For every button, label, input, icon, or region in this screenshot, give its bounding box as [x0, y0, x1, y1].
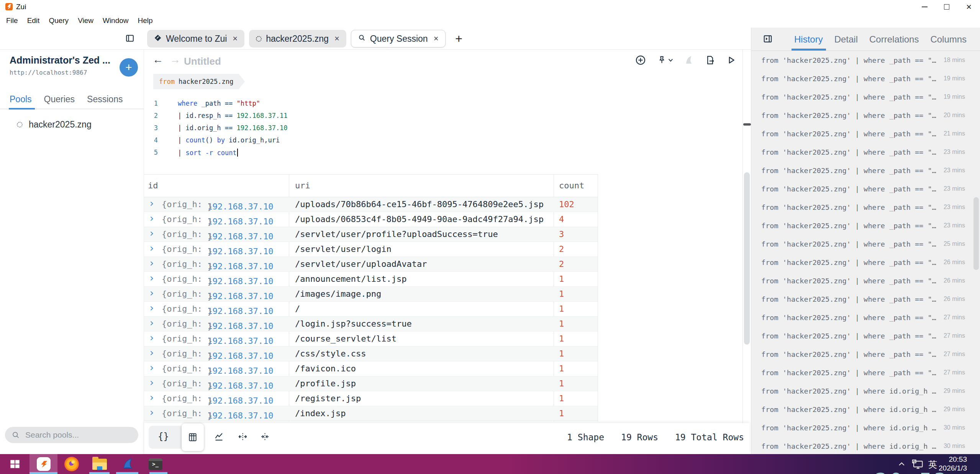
menu-item-query[interactable]: Query: [49, 16, 69, 25]
expand-chevron-icon[interactable]: ›: [149, 287, 155, 299]
add-circle-icon[interactable]: [635, 54, 646, 66]
expand-chevron-icon[interactable]: ›: [149, 347, 155, 358]
taskbar-firefox-button[interactable]: [57, 454, 85, 474]
braces-icon[interactable]: {}: [158, 431, 169, 442]
query-line-3[interactable]: 3| id.orig_h == 192.168.37.10: [144, 122, 527, 134]
history-item[interactable]: from 'hacker2025.zng' | where _path == "…: [751, 216, 980, 235]
sidebar-tab-sessions[interactable]: Sessions: [87, 90, 123, 109]
menu-item-window[interactable]: Window: [103, 16, 129, 25]
query-line-5[interactable]: 5| sort -r count: [144, 146, 527, 159]
history-item[interactable]: from 'hacker2025.zng' | where _path == "…: [751, 235, 980, 253]
history-item[interactable]: from 'hacker2025.zng' | where _path == "…: [751, 143, 980, 161]
history-item[interactable]: from 'hacker2025.zng' | where id.orig_h …: [751, 437, 980, 454]
tab-history[interactable]: History: [794, 34, 823, 45]
table-row[interactable]: ›{orig_h: 192.168.37.10}/register.jsp1: [144, 391, 598, 406]
menu-item-file[interactable]: File: [6, 16, 18, 25]
expand-chevron-icon[interactable]: ›: [149, 317, 155, 329]
table-row[interactable]: ›{orig_h: 192.168.37.10}/profile.jsp1: [144, 376, 598, 391]
table-row[interactable]: ›{orig_h: 192.168.37.10}/1: [144, 302, 598, 317]
history-item[interactable]: from 'hacker2025.zng' | where _path == "…: [751, 106, 980, 124]
history-item[interactable]: from 'hacker2025.zng' | where id.orig_h …: [751, 418, 980, 437]
table-row[interactable]: ›{orig_h: 192.168.37.10}/servlet/user/lo…: [144, 242, 598, 257]
query-line-2[interactable]: 2| id.resp_h == 192.168.37.11: [144, 110, 527, 122]
history-item[interactable]: from 'hacker2025.zng' | where _path == "…: [751, 308, 980, 327]
history-item[interactable]: from 'hacker2025.zng' | where _path == "…: [751, 253, 980, 271]
pin-dropdown-icon[interactable]: [657, 55, 673, 65]
history-item[interactable]: from 'hacker2025.zng' | where _path == "…: [751, 290, 980, 308]
expand-columns-icon[interactable]: [238, 432, 248, 443]
export-icon[interactable]: [705, 55, 715, 65]
tab-hacker2025-zng[interactable]: hacker2025.zng×: [249, 30, 346, 47]
table-row[interactable]: ›{orig_h: 192.168.37.10}/servlet/user/pr…: [144, 227, 598, 242]
history-item[interactable]: from 'hacker2025.zng' | where _path == "…: [751, 363, 980, 382]
history-item[interactable]: from 'hacker2025.zng' | where _path == "…: [751, 345, 980, 363]
tab-query-session[interactable]: Query Session×: [351, 30, 446, 47]
tab-close-icon[interactable]: ×: [434, 34, 439, 44]
tab-correlations[interactable]: Correlations: [869, 34, 919, 45]
sidebar-toggle-icon[interactable]: [125, 34, 135, 45]
expand-chevron-icon[interactable]: ›: [149, 198, 155, 209]
expand-chevron-icon[interactable]: ›: [149, 242, 155, 254]
start-button[interactable]: [0, 454, 29, 474]
close-button[interactable]: ×: [958, 0, 980, 14]
table-row[interactable]: ›{orig_h: 192.168.37.10}/css/style.css1: [144, 347, 598, 361]
menu-item-edit[interactable]: Edit: [27, 16, 40, 25]
history-item[interactable]: from 'hacker2025.zng' | where _path == "…: [751, 327, 980, 345]
history-item[interactable]: from 'hacker2025.zng' | where id.orig_h …: [751, 400, 980, 418]
table-row[interactable]: ›{orig_h: 192.168.37.10}/login.jsp?succe…: [144, 317, 598, 332]
expand-chevron-icon[interactable]: ›: [149, 332, 155, 343]
history-scrollbar-thumb[interactable]: [973, 197, 979, 270]
history-item[interactable]: from 'hacker2025.zng' | where _path == "…: [751, 51, 980, 69]
taskbar-wireshark-button[interactable]: [113, 454, 141, 474]
results-scrollbar-thumb[interactable]: [744, 172, 750, 345]
forward-button[interactable]: →: [170, 54, 180, 66]
expand-chevron-icon[interactable]: ›: [149, 407, 155, 418]
query-editor[interactable]: 1where _path == "http"2| id.resp_h == 19…: [144, 97, 527, 159]
table-row[interactable]: ›{orig_h: 192.168.37.10}/course_servlet/…: [144, 332, 598, 347]
column-header-uri[interactable]: uri: [295, 181, 310, 190]
taskbar-explorer-button[interactable]: [85, 454, 113, 474]
new-tab-button[interactable]: +: [450, 30, 467, 47]
tab-detail[interactable]: Detail: [834, 34, 858, 45]
history-item[interactable]: from 'hacker2025.zng' | where _path == "…: [751, 124, 980, 143]
expand-chevron-icon[interactable]: ›: [149, 272, 155, 284]
table-row[interactable]: ›{orig_h: 192.168.37.10}/announcement/li…: [144, 272, 598, 287]
taskbar-terminal-button[interactable]: >_: [141, 454, 169, 474]
history-item[interactable]: from 'hacker2025.zng' | where _path == "…: [751, 69, 980, 88]
search-pools-input[interactable]: [25, 430, 117, 440]
expand-chevron-icon[interactable]: ›: [149, 227, 155, 239]
menu-item-help[interactable]: Help: [138, 16, 153, 25]
chart-view-icon[interactable]: [214, 432, 224, 443]
history-item[interactable]: from 'hacker2025.zng' | where _path == "…: [751, 271, 980, 290]
table-row[interactable]: ›{orig_h: 192.168.37.10}/index.jsp1: [144, 406, 598, 421]
sidebar-item-pool[interactable]: hacker2025.zng: [0, 116, 144, 133]
table-row[interactable]: ›{orig_h: 192.168.37.10}/favicon.ico1: [144, 361, 598, 376]
back-button[interactable]: ←: [152, 54, 163, 66]
column-header-id[interactable]: id: [148, 181, 158, 190]
panel-collapse-icon[interactable]: [763, 34, 773, 46]
history-item[interactable]: from 'hacker2025.zng' | where _path == "…: [751, 161, 980, 180]
history-item[interactable]: from 'hacker2025.zng' | where _path == "…: [751, 88, 980, 106]
editor-scrollbar-thumb[interactable]: [743, 123, 751, 126]
tab-columns[interactable]: Columns: [930, 34, 967, 45]
sidebar-tab-pools[interactable]: Pools: [10, 90, 32, 109]
expand-chevron-icon[interactable]: ›: [149, 377, 155, 388]
tray-expand-icon[interactable]: [898, 461, 905, 468]
expand-chevron-icon[interactable]: ›: [149, 212, 155, 224]
expand-chevron-icon[interactable]: ›: [149, 392, 155, 403]
history-item[interactable]: from 'hacker2025.zng' | where _path == "…: [751, 198, 980, 216]
query-line-4[interactable]: 4| count() by id.orig_h,uri: [144, 134, 527, 146]
menu-item-view[interactable]: View: [78, 16, 93, 25]
expand-chevron-icon[interactable]: ›: [149, 362, 155, 373]
table-row[interactable]: ›{orig_h: 192.168.37.10}/uploads/06853c4…: [144, 212, 598, 227]
history-item[interactable]: from 'hacker2025.zng' | where id.orig_h …: [751, 382, 980, 400]
taskbar-zui-button[interactable]: [29, 454, 57, 474]
table-row[interactable]: ›{orig_h: 192.168.37.10}/servlet/user/up…: [144, 257, 598, 272]
add-pool-button[interactable]: +: [120, 58, 138, 77]
tab-close-icon[interactable]: ×: [334, 34, 339, 44]
collapse-columns-icon[interactable]: [260, 432, 270, 443]
column-header-count[interactable]: count: [559, 181, 584, 190]
table-row[interactable]: ›{orig_h: 192.168.37.10}/uploads/70b86b6…: [144, 197, 598, 212]
query-line-1[interactable]: 1where _path == "http": [144, 97, 527, 110]
table-row[interactable]: ›{orig_h: 192.168.37.10}/images/image.pn…: [144, 287, 598, 302]
